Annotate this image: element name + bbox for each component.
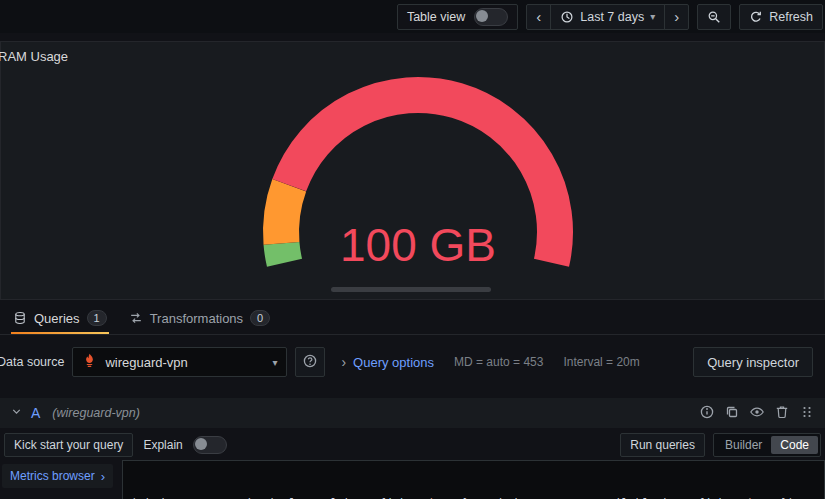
- prometheus-icon: [82, 353, 97, 372]
- queries-count-badge: 1: [87, 310, 107, 326]
- query-options-label: Query options: [353, 355, 434, 370]
- time-range-controls: ‹ Last 7 days ▾ ›: [526, 4, 689, 30]
- chevron-right-icon: ›: [341, 355, 346, 369]
- transform-icon: [129, 311, 143, 325]
- tab-transformations[interactable]: Transformations 0: [118, 302, 282, 334]
- query-info-button[interactable]: [699, 404, 715, 423]
- query-toolbar-right: Run queries Builder Code: [620, 433, 821, 457]
- query-toolbar: Kick start your query Explain Run querie…: [0, 431, 825, 459]
- table-view-toggle[interactable]: [474, 8, 508, 26]
- query-options-expander[interactable]: › Query options: [341, 355, 434, 370]
- panel-scrollbar-thumb[interactable]: [331, 287, 491, 292]
- transformations-count-badge: 0: [250, 310, 270, 326]
- ram-usage-panel: RAM Usage 100 GB: [0, 41, 825, 300]
- query-inspector-button[interactable]: Query inspector: [693, 347, 813, 377]
- metrics-browser-toggle[interactable]: Metrics browser ›: [2, 464, 113, 488]
- code-editor-section: Metrics browser › (windows_memory_physic…: [0, 460, 825, 499]
- info-circle-icon: [699, 404, 715, 423]
- time-shift-forward-button[interactable]: ›: [664, 4, 689, 30]
- mode-code-option[interactable]: Code: [771, 436, 818, 454]
- datasource-label: Data source: [0, 355, 64, 369]
- run-queries-button[interactable]: Run queries: [620, 433, 705, 457]
- editor-topbar: Table view ‹ Last 7 days ▾ ›: [0, 0, 825, 33]
- refresh-button[interactable]: Refresh: [739, 4, 823, 30]
- grafana-panel-editor: Table view ‹ Last 7 days ▾ ›: [0, 0, 825, 499]
- trash-icon: [774, 404, 790, 423]
- table-view-label: Table view: [407, 10, 465, 24]
- query-options-md: MD = auto = 453: [454, 355, 543, 369]
- query-options-interval: Interval = 20m: [563, 355, 639, 369]
- query-code-editor[interactable]: (windows_memory_physical_total_bytes{job…: [122, 460, 825, 499]
- tab-transformations-label: Transformations: [150, 311, 243, 326]
- explain-toggle[interactable]: [193, 436, 227, 454]
- grip-icon: [799, 404, 815, 423]
- tab-queries-label: Queries: [34, 311, 80, 326]
- query-collapse-button[interactable]: [10, 405, 23, 421]
- table-view-toggle-knob: [476, 10, 488, 22]
- chevron-right-icon: ›: [674, 9, 679, 24]
- time-shift-back-button[interactable]: ‹: [526, 4, 551, 30]
- mode-builder-option[interactable]: Builder: [716, 436, 771, 454]
- duplicate-query-button[interactable]: [724, 404, 740, 423]
- query-row-header: A (wireguard-vpn): [0, 398, 825, 428]
- explain-toggle-knob: [195, 438, 207, 450]
- editor-mode-switch: Builder Code: [713, 433, 821, 457]
- table-view-control: Table view: [397, 4, 518, 30]
- kick-start-query-button[interactable]: Kick start your query: [4, 433, 133, 457]
- clock-icon: [560, 10, 574, 24]
- datasource-bar: Data source wireguard-vpn ▾ › Query opti…: [0, 346, 825, 378]
- remove-query-button[interactable]: [774, 404, 790, 423]
- time-range-label: Last 7 days: [580, 10, 644, 24]
- caret-down-icon: ▾: [272, 357, 277, 368]
- chevron-left-icon: ‹: [536, 9, 541, 24]
- copy-icon: [724, 404, 740, 423]
- database-icon: [13, 311, 27, 325]
- toggle-query-visibility-button[interactable]: [749, 404, 765, 423]
- time-range-button[interactable]: Last 7 days ▾: [550, 4, 665, 30]
- panel-title: RAM Usage: [0, 49, 68, 64]
- gauge: 100 GB: [241, 59, 595, 291]
- help-circle-icon: [302, 353, 318, 372]
- query-ref-id: A: [31, 405, 40, 421]
- query-drag-handle[interactable]: [799, 404, 815, 423]
- tab-queries[interactable]: Queries 1: [2, 302, 118, 334]
- datasource-selected-value: wireguard-vpn: [105, 355, 264, 370]
- gauge-value: 100 GB: [340, 219, 496, 271]
- refresh-icon: [749, 10, 763, 24]
- explain-label: Explain: [143, 438, 182, 452]
- datasource-picker[interactable]: wireguard-vpn ▾: [72, 347, 287, 377]
- query-actions: [699, 404, 815, 423]
- query-datasource-hint: (wireguard-vpn): [52, 406, 140, 420]
- caret-down-icon: ▾: [650, 11, 655, 22]
- chevron-down-icon: [10, 405, 23, 421]
- editor-tabs: Queries 1 Transformations 0: [0, 302, 825, 335]
- refresh-label: Refresh: [769, 10, 813, 24]
- zoom-out-icon: [707, 10, 721, 24]
- chevron-right-icon: ›: [101, 470, 105, 483]
- zoom-out-button[interactable]: [697, 4, 731, 30]
- datasource-help-button[interactable]: [295, 347, 325, 377]
- eye-icon: [749, 404, 765, 423]
- metrics-browser-label: Metrics browser: [10, 469, 95, 483]
